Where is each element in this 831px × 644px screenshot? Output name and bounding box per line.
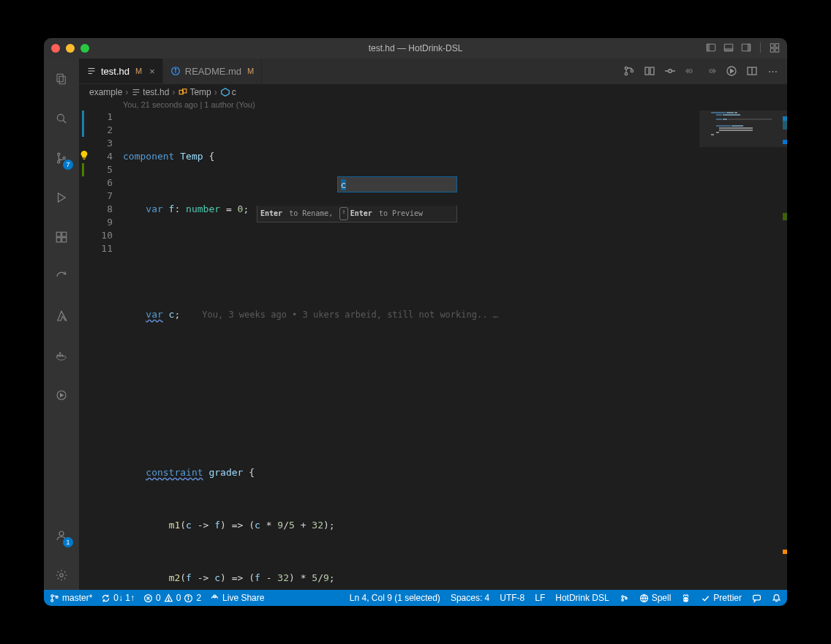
source-control-icon[interactable]: 7 — [44, 143, 79, 173]
status-bell-icon[interactable] — [772, 594, 781, 603]
status-liveshare[interactable]: Live Share — [210, 593, 264, 603]
more-actions-icon[interactable]: ⋯ — [767, 65, 778, 77]
layout-panel-right-icon[interactable] — [741, 42, 751, 55]
minimap-content — [711, 112, 781, 131]
svg-rect-9 — [775, 48, 779, 52]
svg-point-12 — [57, 114, 64, 121]
close-window-button[interactable] — [51, 44, 60, 53]
prev-change-icon[interactable] — [685, 65, 696, 77]
minimap[interactable] — [699, 111, 787, 590]
titlebar: test.hd — HotDrink-DSL — [44, 38, 787, 59]
rename-widget: Enter to Rename, ⇧Enter to Preview — [257, 163, 457, 249]
svg-rect-6 — [770, 43, 774, 47]
editor-tabs: test.hd M × README.md M ⋯ — [79, 59, 787, 84]
svg-point-56 — [51, 599, 53, 602]
status-language[interactable]: HotDrink DSL — [555, 593, 609, 603]
svg-point-44 — [710, 70, 712, 72]
split-editor-icon[interactable] — [746, 65, 758, 77]
status-eol[interactable]: LF — [535, 593, 545, 603]
svg-rect-38 — [650, 67, 654, 75]
status-problems[interactable]: 0 0 2 — [143, 593, 201, 603]
azure-icon[interactable] — [44, 302, 79, 331]
status-cursor[interactable]: Ln 4, Col 9 (1 selected) — [350, 593, 440, 603]
svg-rect-19 — [62, 238, 67, 242]
explorer-icon[interactable] — [44, 64, 79, 94]
tab-readme[interactable]: README.md M — [163, 59, 262, 83]
breadcrumb-folder[interactable]: example — [89, 87, 122, 97]
line-numbers: 1234567891011 — [89, 111, 123, 590]
status-prettier[interactable]: Prettier — [701, 593, 742, 603]
overview-ruler — [783, 111, 787, 590]
lightbulb-icon[interactable] — [79, 150, 89, 164]
minimize-window-button[interactable] — [66, 44, 75, 53]
breadcrumb-symbol-var[interactable]: c — [220, 87, 236, 97]
breadcrumb-symbol-component[interactable]: Temp — [178, 87, 211, 97]
text-editor[interactable]: 1234567891011 component Temp { var f: nu… — [79, 111, 787, 590]
diff-marker — [783, 116, 787, 130]
extensions-icon[interactable] — [44, 222, 79, 252]
activity-bar: 7 1 — [44, 59, 79, 590]
compare-changes-icon[interactable] — [623, 65, 635, 77]
status-sync[interactable]: 0↓ 1↑ — [101, 593, 135, 603]
symbol-variable-icon — [220, 87, 230, 97]
svg-rect-3 — [724, 48, 732, 51]
svg-point-34 — [625, 67, 627, 69]
svg-rect-7 — [775, 43, 779, 47]
chevron-right-icon: › — [172, 87, 175, 97]
gitlens-line-blame: You, 3 weeks ago • 3 ukers arbeid, still… — [202, 308, 498, 321]
breadcrumbs[interactable]: example › test.hd › Temp › c — [79, 84, 787, 100]
svg-rect-5 — [748, 44, 751, 51]
layout-panel-left-icon[interactable] — [706, 42, 716, 55]
window-title: test.hd — HotDrink-DSL — [44, 43, 787, 53]
svg-point-65 — [188, 596, 189, 596]
run-debug-icon[interactable] — [44, 183, 79, 212]
live-server-icon[interactable] — [44, 381, 79, 410]
svg-point-72 — [687, 599, 688, 599]
close-tab-icon[interactable]: × — [149, 66, 155, 77]
tab-test-hd[interactable]: test.hd M × — [79, 59, 163, 83]
svg-point-42 — [689, 70, 692, 72]
svg-rect-18 — [56, 238, 61, 242]
rename-input[interactable] — [337, 176, 457, 192]
gitlens-file-blame: You, 21 seconds ago | 1 author (You) — [79, 100, 787, 111]
tab-modified-indicator: M — [247, 67, 254, 75]
file-lines-icon — [86, 66, 97, 76]
customize-layout-icon[interactable] — [770, 42, 780, 55]
fullscreen-window-button[interactable] — [80, 44, 89, 53]
status-spell[interactable]: Spell — [639, 593, 672, 603]
svg-rect-37 — [645, 67, 649, 75]
docker-icon[interactable] — [44, 341, 79, 370]
git-commit-icon[interactable] — [664, 65, 676, 77]
code-lines[interactable]: component Temp { var f: number = 0; var … — [123, 111, 787, 590]
status-copilot-icon[interactable] — [681, 594, 691, 603]
layout-panel-bottom-icon[interactable] — [723, 42, 734, 55]
tab-actions: ⋯ — [614, 59, 787, 83]
run-file-icon[interactable] — [726, 65, 737, 77]
breadcrumb-file[interactable]: test.hd — [131, 87, 169, 97]
accounts-icon[interactable]: 1 — [44, 521, 79, 550]
svg-rect-54 — [83, 158, 86, 159]
status-feedback-icon[interactable] — [752, 594, 762, 603]
svg-point-14 — [58, 153, 60, 155]
diff-marker — [783, 213, 787, 220]
svg-point-39 — [669, 70, 672, 73]
svg-point-16 — [63, 157, 65, 159]
tab-label: README.md — [185, 66, 241, 77]
svg-rect-11 — [59, 76, 65, 84]
svg-rect-1 — [707, 44, 710, 51]
open-changes-icon[interactable] — [644, 65, 655, 77]
search-icon[interactable] — [44, 104, 79, 133]
svg-rect-10 — [57, 74, 63, 82]
info-marker — [783, 140, 787, 144]
settings-gear-icon[interactable] — [44, 561, 79, 590]
status-branch[interactable]: master* — [50, 593, 92, 603]
svg-point-35 — [625, 72, 627, 75]
info-icon — [170, 66, 181, 76]
accounts-badge: 1 — [63, 537, 73, 547]
next-change-icon[interactable] — [705, 65, 717, 77]
share-icon[interactable] — [44, 262, 79, 291]
status-encoding[interactable]: UTF-8 — [500, 593, 524, 603]
status-gitlens-icon[interactable] — [620, 594, 629, 603]
editor-area: test.hd M × README.md M ⋯ — [79, 59, 787, 590]
status-indentation[interactable]: Spaces: 4 — [451, 593, 489, 603]
